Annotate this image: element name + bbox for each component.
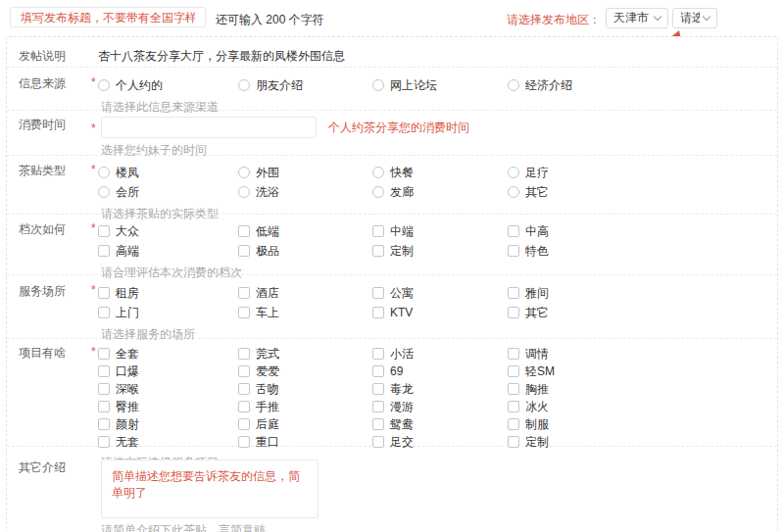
checkbox-option-place-6[interactable]: KTV bbox=[372, 303, 508, 322]
checkbox-icon[interactable] bbox=[372, 418, 384, 430]
checkbox-option-items-8[interactable]: 深喉 bbox=[98, 380, 238, 398]
city-select[interactable]: 天津市 bbox=[606, 8, 668, 28]
radio-icon[interactable] bbox=[238, 167, 250, 178]
checkbox-option-items-4[interactable]: 口爆 bbox=[98, 363, 238, 380]
checkbox-option-grade-3[interactable]: 中高 bbox=[508, 221, 777, 241]
radio-option-type-0[interactable]: 楼凤 bbox=[98, 163, 238, 182]
checkbox-option-items-13[interactable]: 手推 bbox=[238, 398, 372, 415]
checkbox-option-place-5[interactable]: 车上 bbox=[238, 303, 372, 322]
checkbox-option-place-3[interactable]: 雅间 bbox=[508, 283, 777, 303]
checkbox-icon[interactable] bbox=[508, 365, 519, 377]
checkbox-option-place-4[interactable]: 上门 bbox=[98, 303, 238, 322]
checkbox-option-place-7[interactable]: 其它 bbox=[508, 303, 777, 322]
radio-icon[interactable] bbox=[238, 79, 250, 91]
checkbox-option-items-11[interactable]: 胸推 bbox=[508, 380, 777, 398]
checkbox-option-items-15[interactable]: 冰火 bbox=[508, 398, 777, 415]
checkbox-option-grade-0[interactable]: 大众 bbox=[98, 221, 238, 241]
checkbox-icon[interactable] bbox=[98, 287, 110, 299]
radio-option-type-3[interactable]: 足疗 bbox=[508, 163, 777, 182]
checkbox-option-items-5[interactable]: 爱爱 bbox=[238, 363, 372, 380]
checkbox-option-grade-4[interactable]: 高端 bbox=[98, 241, 238, 261]
checkbox-icon[interactable] bbox=[508, 383, 519, 395]
radio-option-type-7[interactable]: 其它 bbox=[508, 182, 777, 202]
checkbox-option-place-1[interactable]: 酒店 bbox=[238, 283, 372, 303]
checkbox-icon[interactable] bbox=[238, 365, 250, 377]
district-select[interactable]: 请选择 bbox=[672, 8, 717, 28]
radio-option-type-2[interactable]: 快餐 bbox=[372, 163, 508, 182]
checkbox-icon[interactable] bbox=[238, 225, 250, 237]
checkbox-icon[interactable] bbox=[508, 348, 519, 360]
checkbox-option-items-19[interactable]: 制服 bbox=[508, 415, 777, 433]
radio-option-type-4[interactable]: 会所 bbox=[98, 182, 238, 202]
checkbox-option-items-14[interactable]: 漫游 bbox=[372, 398, 508, 415]
radio-icon[interactable] bbox=[508, 167, 519, 178]
checkbox-option-grade-2[interactable]: 中端 bbox=[372, 221, 508, 241]
checkbox-icon[interactable] bbox=[372, 365, 384, 377]
checkbox-icon[interactable] bbox=[98, 245, 110, 257]
checkbox-icon[interactable] bbox=[372, 307, 384, 318]
checkbox-icon[interactable] bbox=[238, 401, 250, 412]
checkbox-icon[interactable] bbox=[98, 307, 110, 318]
checkbox-option-items-2[interactable]: 小活 bbox=[372, 345, 508, 363]
other-intro-textarea[interactable] bbox=[101, 459, 318, 518]
checkbox-icon[interactable] bbox=[508, 307, 519, 318]
checkbox-option-grade-7[interactable]: 特色 bbox=[508, 241, 777, 261]
checkbox-option-items-0[interactable]: 全套 bbox=[98, 345, 238, 363]
checkbox-icon[interactable] bbox=[508, 287, 519, 299]
checkbox-icon[interactable] bbox=[98, 383, 110, 395]
checkbox-option-items-16[interactable]: 颜射 bbox=[98, 415, 238, 433]
post-title-input[interactable] bbox=[10, 7, 206, 27]
checkbox-icon[interactable] bbox=[508, 245, 519, 257]
checkbox-option-items-17[interactable]: 后庭 bbox=[238, 415, 372, 433]
checkbox-option-place-2[interactable]: 公寓 bbox=[372, 283, 508, 303]
checkbox-icon[interactable] bbox=[98, 348, 110, 360]
checkbox-icon[interactable] bbox=[98, 225, 110, 237]
checkbox-icon[interactable] bbox=[508, 401, 519, 412]
checkbox-option-items-9[interactable]: 舌吻 bbox=[238, 380, 372, 398]
checkbox-icon[interactable] bbox=[98, 365, 110, 377]
radio-option-source-2[interactable]: 网上论坛 bbox=[372, 75, 508, 95]
radio-option-type-1[interactable]: 外围 bbox=[238, 163, 372, 182]
radio-icon[interactable] bbox=[508, 186, 519, 198]
checkbox-option-items-3[interactable]: 调情 bbox=[508, 345, 777, 363]
checkbox-icon[interactable] bbox=[98, 401, 110, 412]
checkbox-option-place-0[interactable]: 租房 bbox=[98, 283, 238, 303]
checkbox-icon[interactable] bbox=[238, 287, 250, 299]
radio-icon[interactable] bbox=[372, 186, 384, 198]
radio-icon[interactable] bbox=[98, 79, 110, 91]
checkbox-icon[interactable] bbox=[508, 225, 519, 237]
radio-option-source-0[interactable]: 个人约的 bbox=[98, 75, 238, 95]
checkbox-icon[interactable] bbox=[238, 307, 250, 318]
checkbox-option-grade-5[interactable]: 极品 bbox=[238, 241, 372, 261]
checkbox-icon[interactable] bbox=[238, 348, 250, 360]
checkbox-icon[interactable] bbox=[372, 383, 384, 395]
checkbox-option-items-7[interactable]: 轻SM bbox=[508, 363, 777, 380]
checkbox-icon[interactable] bbox=[508, 418, 519, 430]
radio-option-source-1[interactable]: 朋友介绍 bbox=[238, 75, 372, 95]
radio-icon[interactable] bbox=[238, 186, 250, 198]
checkbox-icon[interactable] bbox=[372, 287, 384, 299]
radio-option-source-3[interactable]: 经济介绍 bbox=[508, 75, 777, 95]
checkbox-icon[interactable] bbox=[372, 401, 384, 412]
checkbox-icon[interactable] bbox=[372, 225, 384, 237]
checkbox-option-grade-1[interactable]: 低端 bbox=[238, 221, 372, 241]
checkbox-icon[interactable] bbox=[238, 383, 250, 395]
checkbox-option-grade-6[interactable]: 定制 bbox=[372, 241, 508, 261]
checkbox-option-items-6[interactable]: 69 bbox=[372, 363, 508, 380]
radio-option-type-6[interactable]: 发廊 bbox=[372, 182, 508, 202]
radio-icon[interactable] bbox=[98, 167, 110, 178]
checkbox-icon[interactable] bbox=[98, 418, 110, 430]
radio-icon[interactable] bbox=[508, 79, 519, 91]
checkbox-icon[interactable] bbox=[238, 418, 250, 430]
checkbox-icon[interactable] bbox=[372, 245, 384, 257]
checkbox-icon[interactable] bbox=[238, 245, 250, 257]
radio-icon[interactable] bbox=[372, 79, 384, 91]
consume-time-input[interactable] bbox=[101, 117, 317, 138]
checkbox-option-items-18[interactable]: 鸳鸯 bbox=[372, 415, 508, 433]
checkbox-option-items-1[interactable]: 莞式 bbox=[238, 345, 372, 363]
checkbox-icon[interactable] bbox=[372, 348, 384, 360]
checkbox-option-items-12[interactable]: 臀推 bbox=[98, 398, 238, 415]
radio-option-type-5[interactable]: 洗浴 bbox=[238, 182, 372, 202]
radio-icon[interactable] bbox=[98, 186, 110, 198]
radio-icon[interactable] bbox=[372, 167, 384, 178]
